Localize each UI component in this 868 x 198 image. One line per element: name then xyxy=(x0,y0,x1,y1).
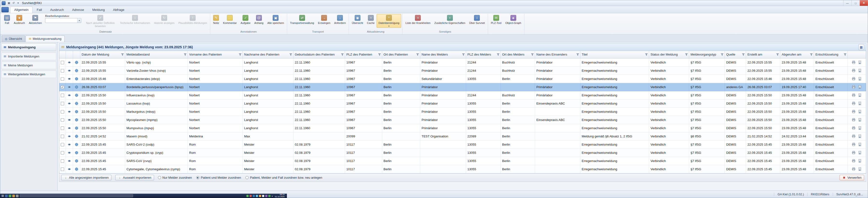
tray-icon[interactable] xyxy=(250,195,252,197)
row-checkbox[interactable] xyxy=(61,151,64,154)
filter-icon[interactable] xyxy=(341,53,344,56)
pinned-app-icon[interactable] xyxy=(5,195,8,197)
filter-icon[interactable] xyxy=(462,53,465,56)
zusätzliche-eigenschaften-button[interactable]: +Zusätzliche Eigenschaften xyxy=(432,14,467,25)
tray-icon[interactable] xyxy=(262,195,264,197)
transport-info-button[interactable] xyxy=(74,77,79,81)
filter-icon[interactable] xyxy=(121,53,124,56)
export-row-button[interactable] xyxy=(858,150,862,155)
anhang-button[interactable]: @Anhang xyxy=(252,14,266,25)
radio-nur-melder-zuordnen[interactable]: Nur Melder zuordnen xyxy=(158,176,192,179)
column-header-titel[interactable]: Titel xyxy=(580,51,649,58)
view-row-button[interactable] xyxy=(67,60,72,65)
notiz-button[interactable]: ✎Notiz xyxy=(211,14,221,25)
export-row-button[interactable] xyxy=(858,68,862,73)
table-row[interactable]: 22.09.2025 15:45SARS-CoV-2 (cvdp)RomMeis… xyxy=(59,141,866,149)
close-button[interactable]: ✕ xyxy=(860,0,868,6)
minimize-button[interactable]: — xyxy=(843,0,851,6)
quick-save-icon[interactable]: ▣ xyxy=(7,1,11,5)
transport-info-button[interactable] xyxy=(74,93,79,98)
transport-info-button[interactable] xyxy=(74,159,79,164)
aktzeichen-button[interactable]: ⚑Aktzeichen xyxy=(27,14,44,25)
table-row[interactable]: 22.09.2025 15:46Enterobacterales (ebcp)N… xyxy=(59,75,866,83)
cache-button[interactable]: ≡Cache xyxy=(365,14,377,25)
column-header-meldevorgangstyp[interactable]: Meldevorgangstyp xyxy=(689,51,725,58)
sidebar-item-importierte-meldungen[interactable]: ✉Importierte Meldungen xyxy=(1,53,56,60)
view-row-button[interactable] xyxy=(67,126,72,131)
taskbar-clock[interactable]: 08:19 01.10.2025 xyxy=(275,194,284,198)
pinned-app-icon[interactable] xyxy=(9,195,11,197)
tray-icon[interactable] xyxy=(268,195,271,197)
kommentar-button[interactable]: …Kommentar xyxy=(221,14,239,25)
filter-icon[interactable] xyxy=(289,53,292,56)
view-row-button[interactable] xyxy=(67,118,72,122)
table-row[interactable]: 21.02.2025 14:52Masern (msvd)MelderinaMa… xyxy=(59,132,866,141)
transport-info-button[interactable] xyxy=(74,118,79,122)
maximize-button[interactable]: □ xyxy=(851,0,860,6)
ribbon-tab-ausbruch[interactable]: Ausbruch xyxy=(46,6,68,13)
column-header-name_einsender[interactable]: Name des Einsenders xyxy=(535,51,580,58)
ribbon-tab-abfrage[interactable]: Abfrage xyxy=(109,6,128,13)
view-row-button[interactable] xyxy=(67,85,72,90)
print-row-button[interactable] xyxy=(851,60,856,65)
column-header-entschluesselung[interactable]: Entschlüsselung xyxy=(814,51,848,58)
transport-info-button[interactable] xyxy=(74,134,79,139)
filter-icon[interactable] xyxy=(810,53,813,56)
filter-icon[interactable] xyxy=(416,53,419,56)
table-row[interactable]: 22.09.2025 15:55Vibrio spp. (vchp)Norber… xyxy=(59,58,866,67)
bearbeitungsstatus-select[interactable]: ▾ xyxy=(45,18,81,23)
print-row-button[interactable] xyxy=(851,117,856,122)
print-row-button[interactable] xyxy=(851,125,856,131)
print-row-button[interactable] xyxy=(851,101,856,106)
tray-icon[interactable] xyxy=(246,195,249,197)
filter-icon[interactable] xyxy=(576,53,579,56)
transportverwaltung-button[interactable]: ⇄Transportverwaltung xyxy=(288,14,316,25)
export-row-button[interactable] xyxy=(858,85,862,89)
tab-uebersicht[interactable]: ◎ Übersicht xyxy=(2,35,25,42)
row-checkbox[interactable] xyxy=(61,168,64,171)
sidebar-item-meine-meldungen[interactable]: ✉Meine Meldungen xyxy=(1,62,56,69)
column-header-datum[interactable]: Datum der Meldung xyxy=(80,51,125,58)
panel-action-button[interactable]: ▦ xyxy=(858,44,864,50)
filter-icon[interactable] xyxy=(378,53,381,56)
filter-icon[interactable] xyxy=(742,53,745,56)
row-checkbox[interactable] xyxy=(61,118,64,122)
view-row-button[interactable] xyxy=(67,159,72,164)
row-checkbox[interactable] xyxy=(61,143,64,146)
column-header-erstellt[interactable]: Erstellt am xyxy=(746,51,780,58)
view-row-button[interactable] xyxy=(67,167,72,172)
aufgabe-button[interactable]: ✓Aufgabe xyxy=(239,14,252,25)
transport-info-button[interactable] xyxy=(74,150,79,155)
export-row-button[interactable] xyxy=(858,167,862,171)
view-row-button[interactable] xyxy=(67,109,72,114)
ausbruch-button[interactable]: ★Ausbruch xyxy=(12,14,27,25)
print-row-button[interactable] xyxy=(851,76,856,81)
table-row[interactable]: 22.09.2025 15:50Marburgvirus (mbvp)Norbe… xyxy=(59,108,866,116)
ribbon-tab-adresse[interactable]: Adresse xyxy=(68,6,88,13)
column-header-nachname[interactable]: Nachname des Patienten xyxy=(243,51,293,58)
ribbon-tab-fall[interactable]: Fall xyxy=(33,6,46,13)
export-row-button[interactable] xyxy=(858,134,862,139)
filter-icon[interactable] xyxy=(184,53,187,56)
view-row-button[interactable] xyxy=(67,93,72,98)
tray-icon[interactable] xyxy=(265,195,268,197)
taskbar-app-button[interactable] xyxy=(20,194,133,197)
anfordern-button[interactable]: ↓Anfordern xyxy=(332,14,348,25)
export-row-button[interactable] xyxy=(858,60,862,65)
application-menu-button[interactable] xyxy=(1,7,9,12)
print-row-button[interactable] xyxy=(851,159,856,163)
print-row-button[interactable] xyxy=(851,109,856,114)
row-checkbox[interactable] xyxy=(61,110,64,113)
export-row-button[interactable] xyxy=(858,159,862,163)
import-selection-button[interactable]: ↓ Auswahl importieren xyxy=(115,175,154,180)
filter-icon[interactable] xyxy=(531,53,534,56)
table-row[interactable]: ✓ 26.08.2025 03:07Bordetella pertussis/p… xyxy=(59,83,866,91)
table-row[interactable]: 22.09.2025 15:55Varizella-Zoster-Virus (… xyxy=(59,67,866,75)
export-row-button[interactable] xyxy=(858,117,862,122)
column-header-vorname[interactable]: Vorname des Patienten xyxy=(188,51,243,58)
qat-customize-icon[interactable]: ▾ xyxy=(16,1,20,5)
pinned-app-icon[interactable] xyxy=(16,195,19,197)
view-row-button[interactable] xyxy=(67,142,72,147)
ribbon-tab-meldung[interactable]: Meldung xyxy=(88,6,109,13)
transport-info-button[interactable] xyxy=(74,101,79,106)
